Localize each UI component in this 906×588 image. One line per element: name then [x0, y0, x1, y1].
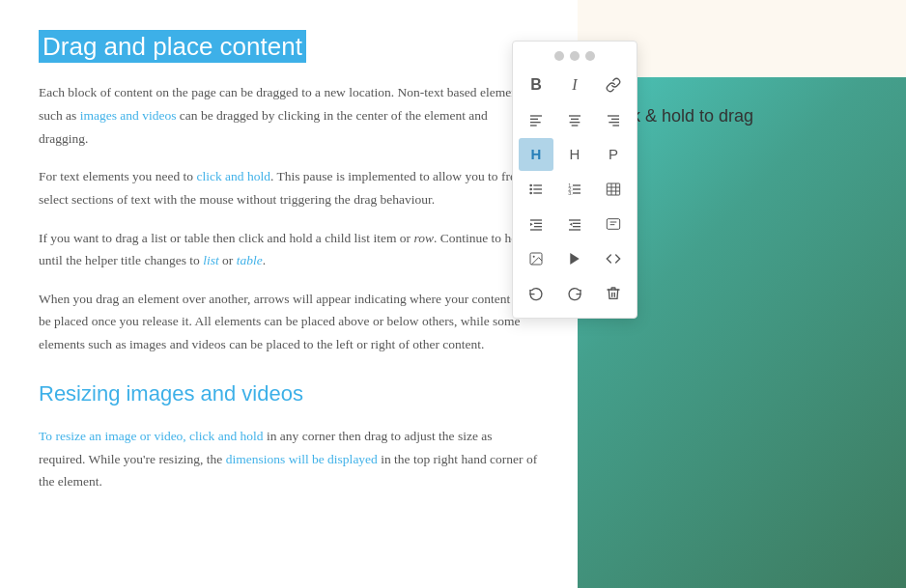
image-icon	[528, 251, 544, 266]
svg-rect-6	[570, 122, 580, 123]
toolbar-dot-3	[585, 51, 595, 61]
toolbar-dot-1	[554, 51, 564, 61]
svg-rect-30	[534, 223, 542, 224]
align-right-icon	[606, 112, 621, 127]
indent-button[interactable]	[519, 208, 553, 240]
svg-rect-32	[530, 229, 542, 230]
unordered-list-button[interactable]	[519, 173, 553, 206]
link-table: table	[237, 253, 263, 267]
svg-rect-5	[571, 119, 579, 120]
svg-rect-2	[530, 122, 541, 123]
svg-point-43	[533, 256, 535, 258]
content-area: Drag and place content Each block of con…	[0, 0, 578, 588]
toolbar-row-5	[517, 208, 633, 240]
code-button[interactable]	[596, 242, 631, 275]
svg-rect-3	[530, 125, 537, 126]
svg-rect-37	[569, 229, 580, 230]
svg-point-16	[529, 192, 532, 195]
svg-rect-10	[609, 122, 619, 123]
link-icon	[606, 77, 621, 93]
align-center-icon	[567, 112, 582, 127]
svg-rect-39	[607, 219, 619, 230]
undo-icon	[528, 286, 544, 301]
indent-icon	[528, 216, 544, 232]
delete-icon	[606, 286, 621, 301]
table-button[interactable]	[596, 173, 631, 206]
svg-point-14	[529, 188, 532, 191]
bold-button[interactable]: B	[519, 69, 553, 101]
ordered-list-button[interactable]: 1.2.3.	[557, 173, 592, 206]
toolbar-row-2	[517, 103, 633, 136]
align-right-button[interactable]	[596, 103, 631, 136]
svg-rect-24	[607, 183, 619, 195]
p-label: P	[609, 142, 618, 167]
svg-rect-13	[533, 184, 542, 185]
svg-rect-21	[573, 188, 580, 189]
redo-icon	[567, 286, 582, 301]
paragraph-4: When you drag an element over another, a…	[39, 288, 539, 356]
redo-button[interactable]	[557, 277, 592, 310]
video-button[interactable]	[557, 242, 592, 275]
section-2-title: Resizing images and videos	[39, 376, 539, 411]
link-dimensions: dimensions will be displayed	[226, 452, 378, 466]
italic-icon: I	[572, 71, 577, 98]
paragraph-5: To resize an image or video, click and h…	[39, 425, 539, 493]
toolbar-popup: B I H H	[512, 41, 637, 319]
bold-icon: B	[530, 71, 542, 98]
svg-rect-29	[530, 219, 542, 220]
page-wrapper: Drag and place content Each block of con…	[0, 0, 906, 588]
h1-label: H	[531, 142, 542, 167]
svg-marker-44	[570, 253, 579, 265]
video-icon	[567, 251, 582, 266]
align-left-icon	[528, 112, 544, 127]
svg-rect-7	[572, 125, 579, 126]
svg-rect-19	[573, 184, 580, 185]
ul-icon	[528, 182, 544, 197]
toolbar-row-7	[517, 277, 633, 310]
heading2-button[interactable]: H	[557, 138, 592, 171]
toolbar-dot-2	[570, 51, 580, 61]
h2-label: H	[570, 142, 580, 167]
svg-point-12	[529, 184, 532, 187]
svg-rect-35	[573, 223, 580, 224]
svg-rect-15	[533, 188, 542, 189]
toolbar-row-6	[517, 242, 633, 275]
heading1-button[interactable]: H	[519, 138, 553, 171]
svg-rect-1	[530, 119, 538, 120]
paragraph-button[interactable]: P	[596, 138, 631, 171]
svg-rect-23	[573, 192, 580, 193]
snippet-icon	[606, 216, 621, 232]
svg-rect-4	[569, 115, 580, 116]
align-left-button[interactable]	[519, 103, 553, 136]
paragraph-2: For text elements you need to click and …	[39, 165, 539, 210]
snippet-button[interactable]	[596, 208, 631, 240]
ol-icon: 1.2.3.	[567, 182, 582, 197]
link-images: images and videos	[80, 108, 177, 123]
toolbar-row-1: B I	[517, 69, 633, 101]
em-row: row	[413, 231, 434, 245]
svg-rect-17	[533, 192, 542, 193]
link-button[interactable]	[596, 69, 631, 101]
svg-text:3.: 3.	[568, 190, 572, 196]
svg-rect-31	[534, 226, 542, 227]
link-click: click and hold	[196, 169, 269, 183]
svg-rect-9	[611, 119, 619, 120]
svg-marker-33	[530, 223, 533, 226]
undo-button[interactable]	[519, 277, 553, 310]
svg-rect-8	[608, 115, 619, 116]
svg-marker-38	[570, 223, 573, 226]
title-block: Drag and place content	[39, 29, 539, 64]
link-resize: To resize an image or video, click and h…	[39, 429, 264, 443]
toolbar-dots	[517, 47, 633, 63]
italic-button[interactable]: I	[557, 69, 592, 101]
image-button[interactable]	[519, 242, 553, 275]
svg-rect-11	[612, 125, 619, 126]
outdent-icon	[567, 216, 582, 232]
code-icon	[606, 251, 621, 266]
svg-rect-0	[530, 115, 542, 116]
align-center-button[interactable]	[557, 103, 592, 136]
table-icon	[606, 182, 621, 197]
delete-button[interactable]	[596, 277, 631, 310]
svg-rect-34	[569, 219, 580, 220]
outdent-button[interactable]	[557, 208, 592, 240]
